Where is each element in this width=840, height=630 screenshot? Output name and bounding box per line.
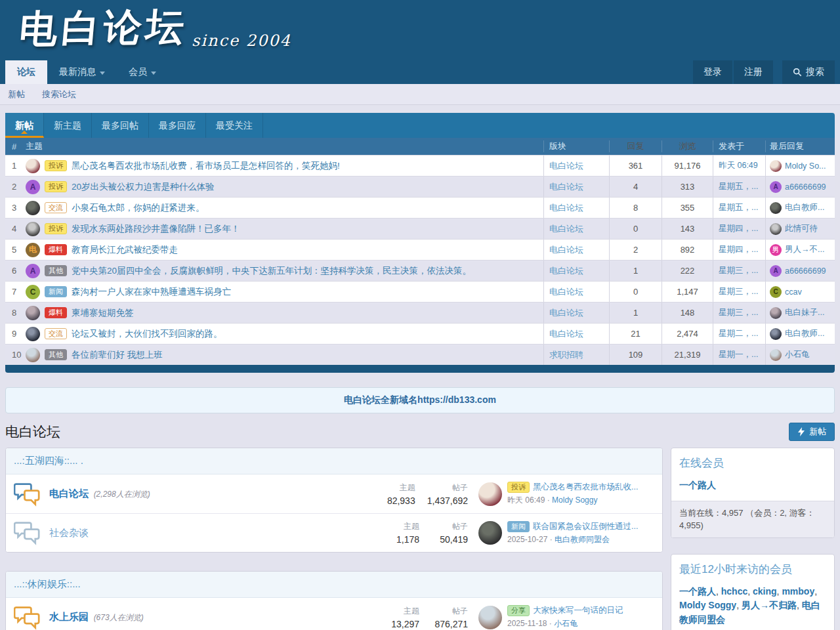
login-button[interactable]: 登录 <box>693 60 732 84</box>
last-reply-user-link[interactable]: 电白教师... <box>785 202 824 213</box>
last-post-title-link[interactable]: 黑心茂名粤西农批市场乱收... <box>533 482 638 493</box>
avatar[interactable]: A <box>26 180 40 194</box>
category-title-link[interactable]: ...:五湖四海::... . <box>14 455 83 466</box>
last-reply-avatar[interactable] <box>770 160 782 172</box>
category-title-link[interactable]: ...::休闲娱乐::... <box>14 578 81 589</box>
new-thread-button[interactable]: 新帖 <box>789 423 835 441</box>
register-button[interactable]: 注册 <box>734 60 773 84</box>
tab-new-threads[interactable]: 新主题 <box>44 113 92 138</box>
last-reply-user-link[interactable]: 电白教师... <box>785 328 824 339</box>
posted-date-link[interactable]: 星期五，... <box>719 202 758 213</box>
prefix-badge[interactable]: 爆料 <box>45 244 67 255</box>
last-reply-user-link[interactable]: 此情可待 <box>785 223 818 234</box>
last-post-title-link[interactable]: 联合国紧急会议压倒性通过... <box>533 521 638 532</box>
topic-title-link[interactable]: 柬埔寨短期免签 <box>72 307 134 319</box>
subnav-search-forums[interactable]: 搜索论坛 <box>42 89 76 100</box>
prefix-badge[interactable]: 新闻 <box>45 286 67 297</box>
last-reply-avatar[interactable]: A <box>770 265 782 277</box>
nav-tab-members[interactable]: 会员 <box>117 60 168 84</box>
forum-link[interactable]: 电白论坛 <box>549 223 583 235</box>
subnav-new-posts[interactable]: 新帖 <box>8 89 25 100</box>
visitor-link[interactable]: hchcc <box>721 586 747 597</box>
forum-link[interactable]: 电白论坛 <box>549 328 583 340</box>
last-post-avatar[interactable] <box>478 606 502 629</box>
topic-title-link[interactable]: 教育局长江允武被纪委带走 <box>72 244 178 256</box>
posted-date-link[interactable]: 星期四，... <box>719 244 758 255</box>
recent-visitors-title[interactable]: 最近12小时来访的会员 <box>679 563 792 576</box>
search-button[interactable]: 搜索 <box>782 60 835 84</box>
tab-most-replies[interactable]: 最多回帖 <box>92 113 149 138</box>
forum-link[interactable]: 求职招聘 <box>549 349 583 361</box>
nav-tab-whats-new[interactable]: 最新消息 <box>47 60 117 84</box>
topic-title-link[interactable]: 党中央第20届四中全会，反腐旗帜鲜明，中央下达新五年计划：坚持科学决策，民主决策… <box>72 265 471 277</box>
visitor-link[interactable]: cking <box>753 586 777 597</box>
last-post-user-link[interactable]: 电白教师同盟会 <box>555 535 610 544</box>
prefix-badge[interactable]: 投诉 <box>45 223 67 234</box>
posted-date-link[interactable]: 星期二，... <box>719 328 758 339</box>
last-reply-user-link[interactable]: Moldy So... <box>785 161 826 171</box>
last-reply-avatar[interactable] <box>770 349 782 361</box>
avatar[interactable] <box>26 348 40 362</box>
topic-title-link[interactable]: 论坛又被封，大伙们找不到回家的路。 <box>72 328 222 340</box>
last-reply-user-link[interactable]: 男人→不... <box>785 244 824 255</box>
online-members-title[interactable]: 在线会员 <box>679 457 724 469</box>
last-reply-user-link[interactable]: a66666699 <box>785 266 826 276</box>
last-reply-user-link[interactable]: a66666699 <box>785 182 826 192</box>
avatar[interactable] <box>26 201 40 215</box>
forum-link[interactable]: 电白论坛 <box>549 160 583 172</box>
topic-title-link[interactable]: 黑心茂名粤西农批市场乱收费，看市场员工是怎样回答的，笑死她妈! <box>72 160 340 172</box>
last-post-user-link[interactable]: 小石龟 <box>554 619 578 628</box>
topic-title-link[interactable]: 20岁出头被公权力迫害是种什么体验 <box>72 181 215 193</box>
last-reply-user-link[interactable]: 小石龟 <box>785 349 810 360</box>
forum-link[interactable]: 电白论坛 <box>549 265 583 277</box>
prefix-badge[interactable]: 爆料 <box>45 307 67 318</box>
prefix-badge[interactable]: 投诉 <box>45 160 67 171</box>
prefix-badge[interactable]: 交流 <box>45 328 67 339</box>
posted-date-link[interactable]: 星期三，... <box>719 265 758 276</box>
avatar[interactable]: A <box>26 264 40 278</box>
last-reply-avatar[interactable] <box>770 202 782 214</box>
avatar[interactable] <box>26 327 40 341</box>
tab-most-reactions[interactable]: 最多回应 <box>149 113 206 138</box>
last-reply-avatar[interactable] <box>770 328 782 340</box>
visitor-link[interactable]: 男人→不归路 <box>742 600 797 610</box>
last-post-avatar[interactable] <box>478 482 502 506</box>
tab-most-watched[interactable]: 最受关注 <box>206 113 263 138</box>
posted-date-link[interactable]: 星期一，... <box>719 349 758 360</box>
tab-new-posts[interactable]: 新帖 <box>5 113 44 138</box>
topic-title-link[interactable]: 各位前辈们好 我想上班 <box>72 349 163 361</box>
prefix-badge[interactable]: 投诉 <box>45 181 67 192</box>
forum-link[interactable]: 电白论坛 <box>549 286 583 298</box>
notice-text[interactable]: 电白论坛全新域名https://db133.com <box>344 394 496 406</box>
forum-link[interactable]: 电白论坛 <box>549 202 583 214</box>
forum-name-link[interactable]: 社会杂谈 <box>49 527 89 538</box>
last-post-user-link[interactable]: Moldy Soggy <box>552 495 597 505</box>
avatar[interactable]: 电 <box>26 243 40 257</box>
last-reply-avatar[interactable] <box>770 307 782 319</box>
posted-date-link[interactable]: 昨天 06:49 <box>719 160 758 171</box>
visitor-link[interactable]: 一个路人 <box>679 586 716 597</box>
visitor-link[interactable]: mmboy <box>782 586 814 597</box>
nav-tab-forums[interactable]: 论坛 <box>5 60 47 84</box>
forum-link[interactable]: 电白论坛 <box>549 244 583 256</box>
topic-title-link[interactable]: 森沟村一户人家在家中熟睡遭遇车祸身亡 <box>72 286 231 298</box>
last-reply-avatar[interactable]: 男 <box>770 244 782 256</box>
last-reply-user-link[interactable]: 电白妹子... <box>785 307 824 318</box>
avatar[interactable] <box>26 222 40 236</box>
prefix-badge[interactable]: 其他 <box>45 265 67 276</box>
last-post-avatar[interactable] <box>478 521 502 545</box>
last-reply-avatar[interactable]: C <box>770 286 782 298</box>
last-reply-user-link[interactable]: ccav <box>785 287 802 297</box>
online-member-link[interactable]: 一个路人 <box>679 480 716 490</box>
forum-link[interactable]: 电白论坛 <box>549 307 583 319</box>
prefix-badge[interactable]: 其他 <box>45 349 67 360</box>
avatar[interactable] <box>26 159 40 173</box>
avatar[interactable]: C <box>26 285 40 299</box>
last-reply-avatar[interactable]: A <box>770 181 782 193</box>
posted-date-link[interactable]: 星期三，... <box>719 286 758 297</box>
topic-title-link[interactable]: 发现水东两处路段沙井盖像陷阱！已多年！ <box>72 223 240 235</box>
last-reply-avatar[interactable] <box>770 223 782 235</box>
forum-name-link[interactable]: 电白论坛 <box>49 488 89 499</box>
visitor-link[interactable]: Moldy Soggy <box>679 600 736 610</box>
last-post-title-link[interactable]: 大家快来写一句话的日记 <box>533 605 623 616</box>
